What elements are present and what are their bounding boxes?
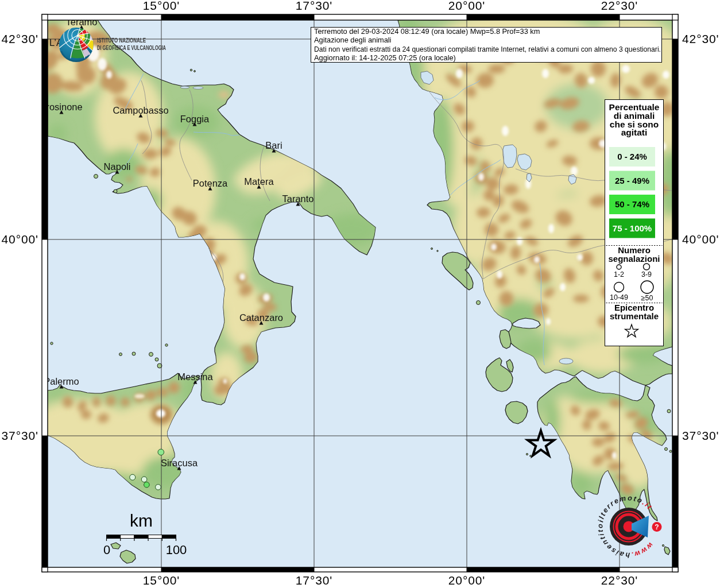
svg-text:Siracusa: Siracusa [161, 458, 198, 468]
svg-text:15°00': 15°00' [143, 574, 180, 587]
svg-text:17°30': 17°30' [296, 0, 333, 12]
svg-text:1-2: 1-2 [614, 270, 624, 278]
svg-text:ISTITUTO NAZIONALE: ISTITUTO NAZIONALE [97, 37, 146, 44]
svg-text:22°30': 22°30' [601, 0, 638, 12]
svg-text:Dati non verificati estratti d: Dati non verificati estratti da 24 quest… [314, 45, 661, 53]
svg-text:Aggiornato il: 14-12-2025 07:2: Aggiornato il: 14-12-2025 07:25 (ora loc… [314, 53, 456, 62]
svg-text:Palermo: Palermo [44, 376, 79, 386]
svg-text:Catanzaro: Catanzaro [239, 312, 283, 323]
svg-text:Messina: Messina [177, 372, 213, 382]
svg-text:Napoli: Napoli [104, 161, 131, 172]
svg-text:50 - 74%: 50 - 74% [615, 199, 649, 209]
svg-text:km: km [130, 511, 153, 530]
svg-text:17°30': 17°30' [296, 574, 333, 587]
svg-text:42°30': 42°30' [682, 32, 719, 45]
svg-text:22°30': 22°30' [601, 574, 638, 587]
svg-text:20°00': 20°00' [448, 574, 486, 587]
svg-text:Agitazione degli animali: Agitazione degli animali [314, 36, 391, 44]
svg-text:Campobasso: Campobasso [113, 105, 168, 115]
svg-text:Bari: Bari [265, 140, 282, 150]
svg-text:25 - 49%: 25 - 49% [615, 176, 649, 185]
svg-text:40°00': 40°00' [682, 233, 719, 246]
svg-text:?: ? [655, 523, 659, 531]
svg-text:agitati: agitati [621, 127, 648, 137]
svg-text:Terremoto del 29-03-2024 08:12: Terremoto del 29-03-2024 08:12:49 (ora l… [314, 27, 540, 36]
svg-text:Matera: Matera [244, 176, 274, 187]
svg-text:0 - 24%: 0 - 24% [617, 152, 647, 161]
svg-text:15°00': 15°00' [143, 0, 180, 12]
svg-text:DI GEOFISICA E VULCANOLOGIA: DI GEOFISICA E VULCANOLOGIA [97, 44, 166, 51]
svg-text:≥50: ≥50 [641, 294, 653, 302]
svg-text:0: 0 [103, 543, 110, 557]
svg-text:75 - 100%: 75 - 100% [613, 223, 652, 233]
svg-text:Foggia: Foggia [180, 114, 210, 124]
svg-text:segnalazioni: segnalazioni [608, 254, 660, 264]
svg-text:Potenza: Potenza [193, 178, 228, 188]
svg-text:37°30': 37°30' [682, 429, 719, 442]
svg-text:37°30': 37°30' [1, 429, 38, 442]
svg-text:strumentale: strumentale [610, 311, 659, 321]
svg-text:40°00': 40°00' [1, 233, 38, 246]
svg-text:42°30': 42°30' [1, 32, 38, 45]
svg-text:100: 100 [166, 543, 187, 557]
svg-text:Taranto: Taranto [282, 194, 313, 204]
svg-text:10-49: 10-49 [610, 293, 628, 301]
svg-text:20°00': 20°00' [448, 0, 486, 12]
svg-text:3-9: 3-9 [641, 270, 652, 278]
